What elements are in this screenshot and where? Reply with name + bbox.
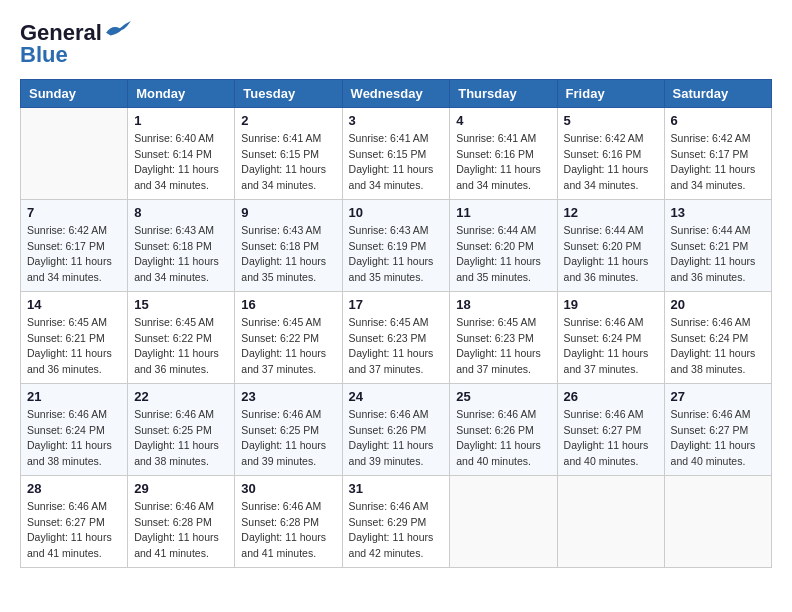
calendar-cell [664,475,771,567]
calendar-cell: 1Sunrise: 6:40 AMSunset: 6:14 PMDaylight… [128,107,235,199]
day-info: Sunrise: 6:46 AMSunset: 6:28 PMDaylight:… [241,499,335,562]
calendar-cell: 27Sunrise: 6:46 AMSunset: 6:27 PMDayligh… [664,383,771,475]
day-number: 7 [27,205,121,220]
calendar-cell: 31Sunrise: 6:46 AMSunset: 6:29 PMDayligh… [342,475,450,567]
day-number: 12 [564,205,658,220]
day-number: 15 [134,297,228,312]
day-info: Sunrise: 6:46 AMSunset: 6:26 PMDaylight:… [456,407,550,470]
calendar-table: SundayMondayTuesdayWednesdayThursdayFrid… [20,79,772,568]
header-wednesday: Wednesday [342,79,450,107]
calendar-cell: 17Sunrise: 6:45 AMSunset: 6:23 PMDayligh… [342,291,450,383]
day-info: Sunrise: 6:41 AMSunset: 6:16 PMDaylight:… [456,131,550,194]
day-info: Sunrise: 6:46 AMSunset: 6:25 PMDaylight:… [134,407,228,470]
day-number: 21 [27,389,121,404]
day-info: Sunrise: 6:43 AMSunset: 6:18 PMDaylight:… [134,223,228,286]
day-info: Sunrise: 6:45 AMSunset: 6:23 PMDaylight:… [349,315,444,378]
calendar-cell: 9Sunrise: 6:43 AMSunset: 6:18 PMDaylight… [235,199,342,291]
day-info: Sunrise: 6:46 AMSunset: 6:28 PMDaylight:… [134,499,228,562]
day-info: Sunrise: 6:41 AMSunset: 6:15 PMDaylight:… [349,131,444,194]
day-number: 2 [241,113,335,128]
calendar-cell: 14Sunrise: 6:45 AMSunset: 6:21 PMDayligh… [21,291,128,383]
day-info: Sunrise: 6:46 AMSunset: 6:24 PMDaylight:… [671,315,765,378]
day-number: 30 [241,481,335,496]
day-info: Sunrise: 6:46 AMSunset: 6:27 PMDaylight:… [671,407,765,470]
calendar-cell: 29Sunrise: 6:46 AMSunset: 6:28 PMDayligh… [128,475,235,567]
day-number: 3 [349,113,444,128]
day-number: 14 [27,297,121,312]
day-info: Sunrise: 6:46 AMSunset: 6:26 PMDaylight:… [349,407,444,470]
day-info: Sunrise: 6:41 AMSunset: 6:15 PMDaylight:… [241,131,335,194]
calendar-cell: 21Sunrise: 6:46 AMSunset: 6:24 PMDayligh… [21,383,128,475]
calendar-cell: 19Sunrise: 6:46 AMSunset: 6:24 PMDayligh… [557,291,664,383]
day-info: Sunrise: 6:46 AMSunset: 6:29 PMDaylight:… [349,499,444,562]
calendar-week-row: 14Sunrise: 6:45 AMSunset: 6:21 PMDayligh… [21,291,772,383]
calendar-cell: 2Sunrise: 6:41 AMSunset: 6:15 PMDaylight… [235,107,342,199]
calendar-cell: 24Sunrise: 6:46 AMSunset: 6:26 PMDayligh… [342,383,450,475]
day-info: Sunrise: 6:45 AMSunset: 6:22 PMDaylight:… [241,315,335,378]
day-number: 27 [671,389,765,404]
day-number: 4 [456,113,550,128]
page-header: General Blue [20,20,772,69]
day-info: Sunrise: 6:45 AMSunset: 6:22 PMDaylight:… [134,315,228,378]
day-number: 24 [349,389,444,404]
day-number: 23 [241,389,335,404]
calendar-header-row: SundayMondayTuesdayWednesdayThursdayFrid… [21,79,772,107]
calendar-cell: 4Sunrise: 6:41 AMSunset: 6:16 PMDaylight… [450,107,557,199]
day-info: Sunrise: 6:46 AMSunset: 6:27 PMDaylight:… [27,499,121,562]
day-number: 25 [456,389,550,404]
day-info: Sunrise: 6:44 AMSunset: 6:20 PMDaylight:… [564,223,658,286]
calendar-cell [557,475,664,567]
day-number: 28 [27,481,121,496]
day-number: 5 [564,113,658,128]
day-info: Sunrise: 6:42 AMSunset: 6:17 PMDaylight:… [27,223,121,286]
calendar-cell: 25Sunrise: 6:46 AMSunset: 6:26 PMDayligh… [450,383,557,475]
calendar-cell: 12Sunrise: 6:44 AMSunset: 6:20 PMDayligh… [557,199,664,291]
day-info: Sunrise: 6:40 AMSunset: 6:14 PMDaylight:… [134,131,228,194]
calendar-cell: 22Sunrise: 6:46 AMSunset: 6:25 PMDayligh… [128,383,235,475]
calendar-cell: 8Sunrise: 6:43 AMSunset: 6:18 PMDaylight… [128,199,235,291]
day-number: 10 [349,205,444,220]
day-info: Sunrise: 6:46 AMSunset: 6:24 PMDaylight:… [27,407,121,470]
day-number: 11 [456,205,550,220]
day-info: Sunrise: 6:42 AMSunset: 6:16 PMDaylight:… [564,131,658,194]
day-info: Sunrise: 6:46 AMSunset: 6:25 PMDaylight:… [241,407,335,470]
day-info: Sunrise: 6:44 AMSunset: 6:20 PMDaylight:… [456,223,550,286]
day-number: 26 [564,389,658,404]
calendar-cell: 23Sunrise: 6:46 AMSunset: 6:25 PMDayligh… [235,383,342,475]
logo: General Blue [20,20,132,69]
calendar-cell: 28Sunrise: 6:46 AMSunset: 6:27 PMDayligh… [21,475,128,567]
calendar-week-row: 7Sunrise: 6:42 AMSunset: 6:17 PMDaylight… [21,199,772,291]
calendar-cell [450,475,557,567]
day-number: 20 [671,297,765,312]
logo-bird-icon [104,20,132,42]
logo-container: General Blue [20,20,132,69]
calendar-cell: 13Sunrise: 6:44 AMSunset: 6:21 PMDayligh… [664,199,771,291]
header-monday: Monday [128,79,235,107]
calendar-cell: 15Sunrise: 6:45 AMSunset: 6:22 PMDayligh… [128,291,235,383]
calendar-cell: 26Sunrise: 6:46 AMSunset: 6:27 PMDayligh… [557,383,664,475]
day-info: Sunrise: 6:44 AMSunset: 6:21 PMDaylight:… [671,223,765,286]
day-info: Sunrise: 6:43 AMSunset: 6:19 PMDaylight:… [349,223,444,286]
day-info: Sunrise: 6:46 AMSunset: 6:24 PMDaylight:… [564,315,658,378]
day-number: 6 [671,113,765,128]
day-number: 18 [456,297,550,312]
day-number: 16 [241,297,335,312]
calendar-cell: 30Sunrise: 6:46 AMSunset: 6:28 PMDayligh… [235,475,342,567]
day-info: Sunrise: 6:45 AMSunset: 6:23 PMDaylight:… [456,315,550,378]
day-number: 29 [134,481,228,496]
day-number: 31 [349,481,444,496]
header-saturday: Saturday [664,79,771,107]
calendar-week-row: 1Sunrise: 6:40 AMSunset: 6:14 PMDaylight… [21,107,772,199]
calendar-week-row: 28Sunrise: 6:46 AMSunset: 6:27 PMDayligh… [21,475,772,567]
day-number: 17 [349,297,444,312]
day-info: Sunrise: 6:46 AMSunset: 6:27 PMDaylight:… [564,407,658,470]
calendar-cell: 16Sunrise: 6:45 AMSunset: 6:22 PMDayligh… [235,291,342,383]
day-number: 9 [241,205,335,220]
day-number: 1 [134,113,228,128]
day-info: Sunrise: 6:45 AMSunset: 6:21 PMDaylight:… [27,315,121,378]
day-number: 19 [564,297,658,312]
calendar-cell: 11Sunrise: 6:44 AMSunset: 6:20 PMDayligh… [450,199,557,291]
calendar-cell: 6Sunrise: 6:42 AMSunset: 6:17 PMDaylight… [664,107,771,199]
calendar-cell: 20Sunrise: 6:46 AMSunset: 6:24 PMDayligh… [664,291,771,383]
calendar-cell [21,107,128,199]
